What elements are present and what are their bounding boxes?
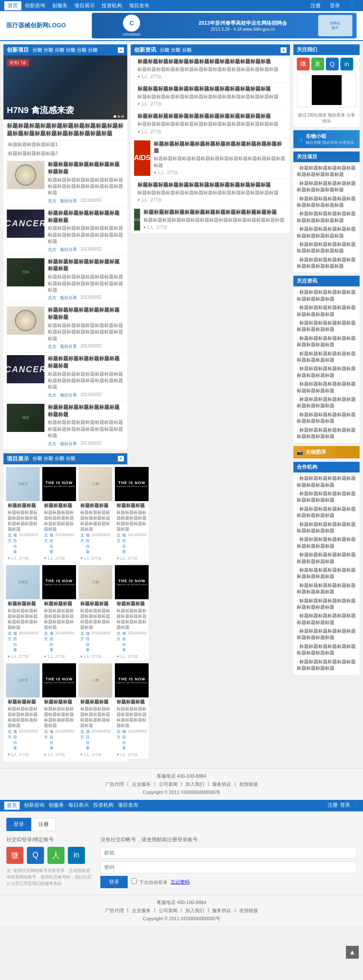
header-banner[interactable]: C CPHIRMO 2013年苏州春季高校毕业生网络招聘会 2013.3.28 … (92, 13, 357, 38)
partner-2[interactable]: 标题标题标题标题标题标题标题标题标题标题 (297, 505, 356, 520)
partner-9[interactable]: 标题标题标题标题标题标题标题标题标题标题 (297, 612, 356, 627)
item-thumbnail-4[interactable]: CANCER (7, 355, 44, 383)
item-title-4[interactable]: 标题标题标题标题标题标题标题标题标题 (48, 355, 124, 370)
partner-5[interactable]: 标题标题标题标题标题标题标题标题标题标题 (297, 551, 356, 566)
related-project-1[interactable]: 标题标题标题标题标题标题标题标题标题标题标题 (297, 179, 356, 195)
footer-link2-3[interactable]: 加入我们 (185, 907, 204, 914)
news-title-3[interactable]: 标题标题标题标题标题标题标题标题标题标题标题标题标题 (154, 140, 287, 155)
card-img-5[interactable]: THE IS NOW Together we will end cancer (42, 565, 76, 599)
bio-library-button[interactable]: 📷 生物图库 (293, 446, 360, 458)
related-news-8[interactable]: 标题标题标题标题标题标题标题标题标题标题 (297, 411, 356, 426)
footer-nav-4[interactable]: 投资机构 (93, 802, 114, 810)
related-project-5[interactable]: 标题标题标题标题标题标题标题标题标题标题标题 (297, 240, 356, 256)
login-tab-login[interactable]: 登录 (6, 818, 31, 831)
card-img-4[interactable]: 实验室 (6, 565, 40, 599)
item-title-2[interactable]: 标题标题标题标题标题标题标题标题标题 (48, 258, 124, 273)
card-img-9[interactable]: THE IS NOW Together we will end cancer (42, 663, 76, 697)
partner-7[interactable]: 标题标题标题标题标题标题标题标题标题标题 (297, 581, 356, 597)
item-project-0[interactable]: 项目分享 (60, 198, 77, 204)
footer-user-icon[interactable]: 👤 (352, 802, 359, 810)
login-password-input[interactable] (100, 861, 357, 873)
item-thumbnail-3[interactable] (7, 306, 44, 335)
related-project-6[interactable]: 标题标题标题标题标题标题标题标题标题标题标题 (297, 256, 356, 271)
related-project-0[interactable]: 标题标题标题标题标题标题标题标题标题标题标题 (297, 164, 356, 179)
nav-item-invest[interactable]: 投资机构 (98, 2, 126, 9)
news-title-0[interactable]: 标题标题标题标题标题标题标题标题标题标题标题标题标题 (138, 58, 287, 65)
news-title-1[interactable]: 标题标题标题标题标题标题标题标题标题标题标题标题标题 (138, 85, 287, 93)
innovation-more[interactable]: + (118, 47, 124, 53)
partner-6[interactable]: 标题标题标题标题标题标题标题标题标题标题 (297, 566, 356, 581)
footer-nav-3[interactable]: 每日表示 (68, 802, 89, 810)
card-img-2[interactable]: 人物 (79, 467, 112, 501)
innovation-tab-2[interactable]: 分期 (55, 47, 64, 53)
follow-linkedin[interactable]: in (340, 58, 353, 70)
related-news-3[interactable]: 标题标题标题标题标题标题标题标题标题标题 (297, 334, 356, 350)
card-title-1[interactable]: 标题标题标题 (44, 502, 74, 509)
innovation-tab-0[interactable]: 分期 (32, 47, 42, 53)
footer-nav-2[interactable]: 创服务 (49, 802, 64, 810)
nav-user[interactable]: 👤 (345, 2, 359, 9)
card-img-6[interactable]: 人物 (79, 565, 112, 599)
login-forgot-link[interactable]: 忘记密码 (171, 879, 190, 885)
innovation-tab-3[interactable]: 分期 (66, 47, 75, 53)
footer-link-2[interactable]: 公司新闻 (159, 781, 178, 788)
news-more[interactable]: + (281, 47, 287, 53)
nav-item-publish[interactable]: 项目发布 (126, 2, 153, 9)
login-submit-button[interactable]: 登录 (100, 876, 128, 888)
showcase-tab-1[interactable]: 分期 (44, 455, 53, 462)
related-project-2[interactable]: 标题标题标题标题标题标题标题标题标题标题标题 (297, 195, 356, 210)
item-project-3[interactable]: 项目分享 (60, 344, 77, 350)
footer-nav-1[interactable]: 创新咨询 (24, 802, 44, 810)
partner-3[interactable]: 标题标题标题标题标题标题标题标题标题标题 (297, 520, 356, 536)
footer-login[interactable]: 登录 (340, 802, 350, 810)
related-news-6[interactable]: 标题标题标题标题标题标题标题标题标题标题 (297, 380, 356, 395)
related-news-2[interactable]: 标题标题标题标题标题标题标题标题标题标题 (297, 319, 356, 334)
partner-4[interactable]: 标题标题标题标题标题标题标题标题标题标题 (297, 535, 356, 551)
item-title-0[interactable]: 标题标题标题标题标题标题标题标题标题 (48, 161, 124, 175)
item-thumbnail-1[interactable]: CANCER (7, 210, 44, 238)
nav-item-innovation[interactable]: 创新咨询 (21, 2, 49, 9)
follow-weibo[interactable]: 微 (297, 58, 310, 70)
item-author-4[interactable]: 北方 (48, 392, 56, 398)
news-title-2[interactable]: 标题标题标题标题标题标题标题标题标题标题标题标题标题 (138, 113, 287, 120)
item-title-3[interactable]: 标题标题标题标题标题标题标题标题标题 (48, 306, 124, 321)
showcase-tab-2[interactable]: 分期 (55, 455, 64, 462)
news-tab-0[interactable]: 分期 (160, 47, 169, 53)
follow-qq[interactable]: Q (326, 58, 339, 70)
showcase-tab-3[interactable]: 分期 (66, 455, 75, 462)
card-img-3[interactable]: THE IS NOW Together we will end cancer (115, 467, 149, 501)
footer-link2-0[interactable]: 广告代理 (105, 907, 124, 914)
footer-link-0[interactable]: 广告代理 (105, 781, 124, 788)
related-news-7[interactable]: 标题标题标题标题标题标题标题标题标题标题 (297, 395, 356, 411)
card-title-0[interactable]: 标题标题标题 (8, 502, 38, 509)
news-thumb-5[interactable]: 收集 (134, 209, 140, 230)
login-remember-checkbox[interactable] (131, 878, 137, 884)
innovation-tab-4[interactable]: 分期 (77, 47, 86, 53)
featured-image[interactable]: 发热门诊 H7N9 禽流感来袭 (3, 55, 127, 120)
item-title-1[interactable]: 标题标题标题标题标题标题标题标题标题 (48, 210, 124, 224)
follow-wechat[interactable]: 友 (311, 58, 324, 70)
related-news-9[interactable]: 标题标题标题标题标题标题标题标题标题标题 (297, 426, 356, 441)
item-project-4[interactable]: 项目分享 (60, 392, 77, 398)
showcase-more[interactable]: + (118, 456, 124, 461)
partner-1[interactable]: 标题标题标题标题标题标题标题标题标题标题 (297, 490, 356, 505)
item-author-1[interactable]: 北方 (48, 247, 56, 253)
card-img-0[interactable]: 实验室 (6, 467, 40, 501)
card-author-0[interactable]: 北方 (8, 533, 12, 555)
nav-item-home[interactable]: 首页 (4, 1, 21, 10)
card-img-11[interactable]: THE IS NOW Together we will end cancer (115, 663, 149, 697)
card-title-2[interactable]: 标题标题标题 (80, 502, 111, 509)
social-wechat[interactable]: 人 (47, 847, 64, 864)
item-project-5[interactable]: 项目分享 (60, 441, 77, 447)
card-img-7[interactable]: THE IS NOW Together we will end cancer (115, 565, 149, 599)
card-img-8[interactable]: 实验室 (6, 663, 40, 697)
footer-link2-5[interactable]: 友情链接 (239, 907, 258, 914)
related-news-1[interactable]: 标题标题标题标题标题标题标题标题标题标题 (297, 303, 356, 319)
partner-10[interactable]: 标题标题标题标题标题标题标题标题标题标题 (297, 627, 356, 642)
main-article-title[interactable]: 标题标题标题标题标题标题标题标题标题标题标题标题标题标题标题标题标题标题标题标题 (3, 120, 127, 140)
item-author-3[interactable]: 北方 (48, 344, 56, 350)
related-news-5[interactable]: 标题标题标题标题标题标题标题标题标题标题 (297, 365, 356, 380)
news-title-5[interactable]: 标题标题标题标题标题标题标题标题标题标题标题标题标题 (143, 209, 287, 216)
social-weibo[interactable]: 微 (6, 847, 23, 864)
news-tab-1[interactable]: 分期 (171, 47, 180, 53)
